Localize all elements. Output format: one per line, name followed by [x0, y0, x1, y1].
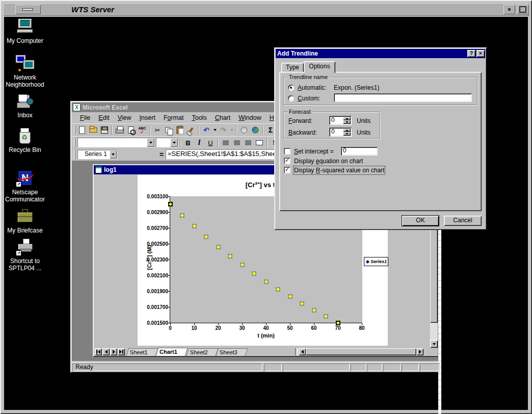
data-point[interactable]: [228, 254, 232, 258]
first-sheet-button[interactable]: [95, 348, 102, 355]
set-intercept-checkbox[interactable]: [284, 148, 290, 154]
data-point[interactable]: [312, 308, 316, 313]
paste-button[interactable]: [174, 124, 185, 136]
toolbar-handle[interactable]: [74, 138, 75, 147]
automatic-radio-label[interactable]: Automatic:: [298, 84, 327, 91]
chart-legend[interactable]: Series1: [364, 257, 388, 266]
scrollbar-thumb[interactable]: [306, 348, 416, 355]
underline-button[interactable]: U: [205, 137, 216, 148]
save-button[interactable]: [99, 124, 110, 136]
font-combo-dropdown-button[interactable]: [147, 138, 154, 147]
desktop-icon-recycle-bin[interactable]: Recycle Bin: [2, 127, 48, 153]
minimize-button[interactable]: [503, 5, 515, 14]
align-right-button[interactable]: [243, 137, 254, 148]
data-point[interactable]: [300, 301, 304, 306]
scroll-left-button[interactable]: [299, 348, 306, 355]
menu-chart[interactable]: Chart: [211, 113, 235, 122]
desktop-icon-inbox[interactable]: Inbox: [2, 93, 48, 119]
bold-button[interactable]: B: [182, 137, 194, 148]
custom-name-input[interactable]: [334, 93, 472, 102]
next-sheet-button[interactable]: [110, 348, 117, 355]
display-equation-checkbox[interactable]: [284, 158, 290, 164]
x-axis-title[interactable]: t (min): [251, 332, 281, 339]
desktop-icon-my-computer[interactable]: My Computer: [2, 18, 48, 44]
print-preview-button[interactable]: [125, 124, 137, 136]
merge-center-button[interactable]: [254, 137, 265, 148]
wts-titlebar[interactable]: WTS Server: [3, 3, 529, 16]
cut-button[interactable]: [152, 124, 163, 136]
undo-button[interactable]: [201, 124, 212, 136]
custom-radio-label[interactable]: Custom:: [298, 95, 321, 102]
print-button[interactable]: [114, 124, 125, 136]
dialog-titlebar[interactable]: Add Trendline: [276, 49, 485, 58]
copy-button[interactable]: [163, 124, 174, 136]
tab-type[interactable]: Type: [281, 63, 304, 72]
menu-tools[interactable]: Tools: [188, 113, 210, 122]
formula-bar-handle[interactable]: [74, 150, 75, 159]
automatic-radio[interactable]: [288, 85, 294, 91]
data-point[interactable]: [324, 314, 328, 319]
menu-edit[interactable]: Edit: [94, 113, 114, 122]
display-r-squared-checkbox[interactable]: [284, 167, 290, 173]
backward-spinner[interactable]: 0: [329, 127, 352, 137]
display-r-squared-label[interactable]: Display R-squared value on chart: [294, 167, 384, 174]
desktop-icon-netscape-communicator[interactable]: Netscape Communicator: [2, 170, 48, 203]
forward-spin-up[interactable]: [343, 117, 351, 120]
italic-button[interactable]: I: [194, 137, 205, 148]
sheet-tab-sheet3[interactable]: Sheet3: [216, 348, 248, 356]
data-point[interactable]: [204, 235, 208, 239]
menu-window[interactable]: Window: [234, 113, 265, 122]
horizontal-scrollbar[interactable]: [299, 348, 423, 355]
menu-file[interactable]: File: [76, 113, 94, 122]
set-intercept-label[interactable]: Set intercept =: [294, 148, 334, 155]
redo-dropdown-button[interactable]: [229, 124, 234, 136]
display-equation-label[interactable]: Display equation on chart: [294, 158, 363, 165]
new-document-button[interactable]: [76, 124, 88, 136]
help-button[interactable]: ?: [467, 50, 475, 57]
align-center-button[interactable]: [231, 137, 243, 148]
data-point[interactable]: [252, 271, 256, 276]
name-box-dropdown-button[interactable]: [110, 150, 117, 159]
font-size-combo-dropdown-button[interactable]: [170, 138, 178, 147]
tab-options[interactable]: Options: [304, 61, 335, 73]
menu-view[interactable]: View: [114, 113, 136, 122]
scroll-right-button[interactable]: [416, 348, 423, 355]
data-point[interactable]: [216, 245, 221, 249]
font-combo[interactable]: [77, 138, 155, 147]
data-point[interactable]: [180, 213, 184, 218]
intercept-value-input[interactable]: 0: [341, 147, 378, 156]
insert-hyperlink-button[interactable]: [238, 124, 250, 136]
open-folder-button[interactable]: [88, 124, 99, 136]
close-button[interactable]: ×: [476, 50, 485, 57]
sheet-tab-sheet1[interactable]: Sheet1: [126, 348, 158, 356]
backward-spin-up[interactable]: [343, 128, 351, 132]
toolbar-handle[interactable]: [74, 125, 75, 135]
forward-spinner[interactable]: 0: [329, 116, 352, 125]
sheet-tab-chart1[interactable]: Chart1: [155, 348, 188, 356]
data-point[interactable]: [288, 294, 292, 299]
custom-radio[interactable]: [288, 95, 294, 101]
data-point[interactable]: [276, 287, 280, 292]
data-point[interactable]: [192, 224, 197, 228]
data-point[interactable]: [240, 263, 245, 267]
data-point[interactable]: [336, 321, 340, 325]
cancel-button[interactable]: Cancel: [444, 216, 482, 226]
desktop-icon-shortcut-sptlp04[interactable]: Shortcut to SPTLP04 ...: [2, 239, 48, 272]
menu-insert[interactable]: Insert: [136, 113, 159, 122]
sheet-tab-sheet2[interactable]: Sheet2: [187, 348, 219, 356]
redo-button[interactable]: [218, 124, 229, 136]
backward-spin-down[interactable]: [343, 132, 351, 136]
scroll-down-button[interactable]: [430, 340, 438, 348]
data-point[interactable]: [168, 202, 173, 206]
align-left-button[interactable]: [220, 137, 231, 148]
name-box[interactable]: Series 1: [77, 150, 117, 159]
maximize-button[interactable]: [517, 5, 529, 14]
web-toolbar-button[interactable]: [250, 124, 261, 136]
data-point[interactable]: [264, 279, 269, 284]
desktop-icon-network-neighborhood[interactable]: Network Neighborhood: [2, 55, 48, 88]
last-sheet-button[interactable]: [118, 348, 125, 355]
undo-dropdown-button[interactable]: [212, 124, 218, 136]
ok-button[interactable]: OK: [402, 216, 439, 226]
previous-sheet-button[interactable]: [102, 348, 110, 355]
format-painter-button[interactable]: [185, 124, 197, 136]
